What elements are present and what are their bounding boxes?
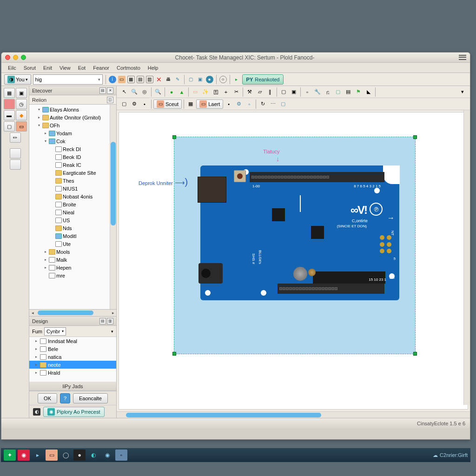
grid-icon[interactable]: ▦ xyxy=(127,76,135,83)
task-clock[interactable]: ☁C2nrier:Girft xyxy=(433,452,468,458)
wand-icon[interactable]: ✨ xyxy=(201,87,210,97)
handle-bl[interactable] xyxy=(172,352,176,356)
wrench-icon[interactable]: 🔧 xyxy=(313,87,322,97)
tree-node[interactable]: ▸Autite Onnitor (Grnitol) xyxy=(30,113,115,121)
gear-icon[interactable]: ⚙ xyxy=(130,99,139,109)
list-item[interactable]: ▸neote xyxy=(29,361,116,369)
align-icon[interactable]: ‖ xyxy=(265,87,275,97)
tree-node[interactable]: Nieal xyxy=(30,208,115,216)
tool-ruler-icon[interactable]: ▬ xyxy=(4,110,15,120)
plus-icon[interactable]: + xyxy=(221,87,231,97)
design-canvas[interactable]: Deprok Unniter ⟶) Tlatucy ↓ xyxy=(119,112,468,410)
tag-icon[interactable]: ◣ xyxy=(364,87,373,97)
handle-tr[interactable] xyxy=(413,135,417,139)
tool-blank2-icon[interactable] xyxy=(10,148,21,159)
tool-chip-icon[interactable]: ▣ xyxy=(16,88,27,98)
tree-node[interactable]: ▸Hepen xyxy=(30,264,115,271)
stack-icon[interactable]: ▤ xyxy=(344,87,353,97)
list-item[interactable]: ▸Bele xyxy=(29,345,116,353)
ok-button[interactable]: OK xyxy=(38,393,57,403)
connect-icon[interactable]: ⎌ xyxy=(323,87,332,97)
list-item[interactable]: ▸natica xyxy=(29,353,116,361)
menu-sorut[interactable]: Sorut xyxy=(20,64,40,72)
start-icon[interactable]: ✦ xyxy=(4,450,16,461)
circle-icon[interactable]: ○ xyxy=(219,76,227,83)
tree-node[interactable]: mre xyxy=(30,271,115,279)
help-button[interactable]: ? xyxy=(60,393,70,403)
dot2-icon[interactable]: • xyxy=(224,99,233,109)
list-item[interactable]: ▸Inndsat Meal xyxy=(29,337,116,345)
tool-pen-icon[interactable]: ✏ xyxy=(10,132,21,143)
eaon-button[interactable]: Eaoncalte xyxy=(73,393,108,403)
tool-diamond-icon[interactable]: ◆ xyxy=(16,110,27,120)
zoom-icon[interactable]: 🔍 xyxy=(130,87,139,97)
tree-node[interactable]: Broite xyxy=(30,200,115,208)
dropdown-icon[interactable]: ▾ xyxy=(458,87,467,97)
menu-view[interactable]: View xyxy=(56,64,74,72)
tool-grid-icon[interactable]: ▦ xyxy=(4,88,15,98)
tree-scrollbar-h[interactable]: ◂ ▸ xyxy=(29,310,116,316)
tree-node[interactable]: ▸Mools xyxy=(30,248,115,256)
tree-node[interactable]: Reck DI xyxy=(30,145,115,153)
window-icon[interactable]: ▣ xyxy=(197,76,204,83)
tool-clock-icon[interactable]: ◷ xyxy=(16,99,27,109)
tree-node[interactable]: Nobast 4onis xyxy=(30,192,115,200)
brush-icon[interactable]: ✎ xyxy=(174,76,181,83)
task-folder-icon[interactable]: ▭ xyxy=(46,450,58,461)
tree-node[interactable]: ▾Cok xyxy=(30,137,115,145)
sout-button[interactable]: ▭Sceut xyxy=(153,99,182,109)
tool-color-icon[interactable] xyxy=(4,99,15,109)
refresh-icon[interactable]: ↻ xyxy=(258,99,267,109)
dot-icon[interactable]: • xyxy=(140,99,149,109)
piplory-button[interactable]: ◉Piplory Ao Prrecest xyxy=(43,407,105,417)
ranked-badge[interactable]: PYReankoted xyxy=(242,74,284,85)
tree-node[interactable]: Moditl xyxy=(30,232,115,240)
tree-node[interactable]: NIUS1 xyxy=(30,185,115,192)
maximize-icon[interactable] xyxy=(21,55,26,60)
target-icon[interactable]: ◎ xyxy=(140,87,149,97)
print-icon[interactable]: 🖶 xyxy=(165,76,172,83)
task-circle-icon[interactable]: ◯ xyxy=(60,450,72,461)
tree-node[interactable]: Ute xyxy=(30,240,115,248)
tree-node[interactable]: ▸Malk xyxy=(30,256,115,264)
folder2-icon[interactable]: ▭ xyxy=(191,87,200,97)
tree-scrollbar-v[interactable] xyxy=(110,105,116,309)
task-win-icon[interactable]: ▫ xyxy=(115,450,127,461)
menu-enit[interactable]: Enit xyxy=(40,64,56,72)
menu-file[interactable]: Eilc xyxy=(4,64,20,72)
handle-br[interactable] xyxy=(413,352,417,356)
measure-icon[interactable]: ▱ xyxy=(255,87,264,97)
globe-icon[interactable]: ● xyxy=(206,76,213,83)
tool-box-icon[interactable]: ▭ xyxy=(16,121,27,132)
tree-node[interactable]: ▾OFh xyxy=(30,121,115,129)
menu-eot[interactable]: Eot xyxy=(74,64,90,72)
task-app2-icon[interactable]: ▸ xyxy=(32,450,44,461)
tree-node[interactable]: ▸Yodam xyxy=(30,129,115,137)
foot-dark-icon[interactable]: ◐ xyxy=(33,408,40,416)
screen-icon[interactable]: ▢ xyxy=(333,87,343,97)
cursor-icon[interactable]: ↖ xyxy=(119,87,129,97)
cynbr-combo[interactable]: Cynbr xyxy=(44,327,66,336)
save-icon[interactable]: ▢ xyxy=(278,99,288,109)
flag-icon[interactable]: ⚑ xyxy=(354,87,363,97)
tool-blank1-icon[interactable]: ▢ xyxy=(4,121,15,132)
project-tree[interactable]: ▾Elays Alonns▸Autite Onnitor (Grnitol)▾O… xyxy=(29,105,116,310)
tree-node[interactable]: Reak IC xyxy=(30,161,115,169)
up-icon[interactable]: ▲ xyxy=(177,87,186,97)
task-browser-icon[interactable]: ◉ xyxy=(101,450,113,461)
tool-blank3-icon[interactable] xyxy=(10,159,21,170)
copy-icon[interactable]: ▫ xyxy=(303,87,312,97)
list-item[interactable]: ▸Hrald xyxy=(29,369,116,377)
zoom2-icon[interactable]: 🔍 xyxy=(153,87,163,97)
arduino-board[interactable]: ∞V! ℗ C,ontirte (SINCIE ET DON) → 1-00 8… xyxy=(200,165,399,300)
hig-combo[interactable]: hig xyxy=(33,74,103,85)
task-app1-icon[interactable]: ◉ xyxy=(18,450,30,461)
canvas-scrollbar-h[interactable] xyxy=(117,411,470,418)
layout-icon[interactable]: ▤ xyxy=(137,76,144,83)
delete-icon[interactable]: ✕ xyxy=(155,76,163,83)
design-opts1-icon[interactable]: ▤ xyxy=(99,318,106,324)
sq-icon[interactable]: ▫ xyxy=(245,99,254,109)
layers-icon[interactable]: ▦ xyxy=(186,99,195,109)
dots-icon[interactable]: ⋯ xyxy=(268,99,278,109)
key-icon[interactable]: ⚿ xyxy=(211,87,220,97)
